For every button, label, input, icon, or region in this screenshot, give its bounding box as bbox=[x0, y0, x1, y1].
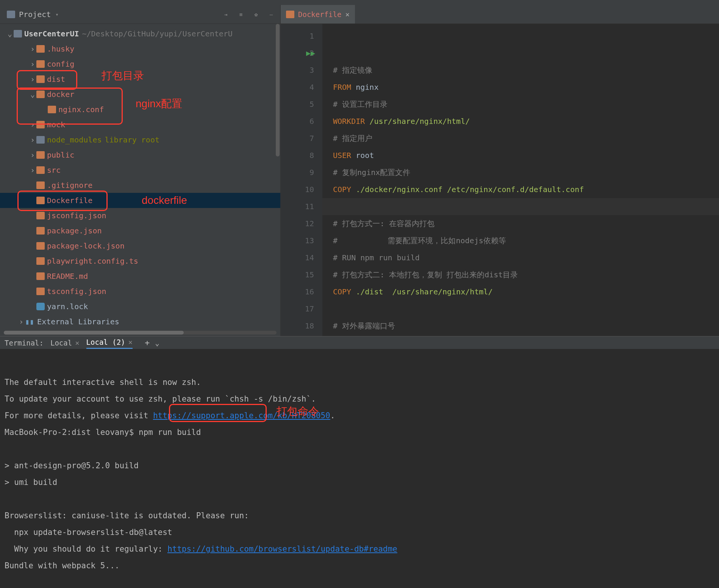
line-number[interactable]: 18 bbox=[281, 317, 314, 335]
file-icon bbox=[36, 227, 45, 235]
expand-arrow-icon[interactable]: › bbox=[29, 135, 36, 144]
file-icon bbox=[36, 272, 45, 280]
line-number[interactable]: 9 bbox=[281, 164, 314, 181]
chevron-down-icon[interactable]: ▾ bbox=[55, 11, 58, 17]
line-gutter[interactable]: 12▶▶345678910111213141516171819 bbox=[281, 24, 322, 336]
terminal-dropdown-icon[interactable]: ⌄ bbox=[155, 339, 159, 347]
file-icon bbox=[36, 181, 45, 189]
settings-gear-icon[interactable]: ✿ bbox=[250, 8, 262, 20]
line-number[interactable]: 17 bbox=[281, 300, 314, 317]
line-number[interactable]: 14 bbox=[281, 249, 314, 266]
expand-arrow-icon[interactable]: › bbox=[29, 75, 36, 84]
tree-row[interactable]: ›mock bbox=[0, 117, 280, 132]
code-line[interactable]: WORKDIR /usr/share/nginx/html/ bbox=[333, 113, 719, 130]
terminal-tab-local1[interactable]: Local× bbox=[50, 339, 80, 347]
tree-row[interactable]: ›src bbox=[0, 163, 280, 178]
tab-dockerfile[interactable]: Dockerfile × bbox=[281, 5, 355, 23]
code-line[interactable]: # 打包方式一: 在容器内打包 bbox=[333, 215, 719, 232]
line-number[interactable]: 11 bbox=[281, 198, 314, 215]
line-number[interactable]: 16 bbox=[281, 283, 314, 300]
terminal-tab-local2[interactable]: Local (2)× bbox=[86, 338, 133, 349]
code-area[interactable]: # 指定镜像FROM nginx# 设置工作目录WORKDIR /usr/sha… bbox=[322, 24, 719, 336]
line-number[interactable]: 13 bbox=[281, 232, 314, 249]
code-line[interactable]: # 对外暴露端口号 bbox=[333, 317, 719, 335]
hide-icon[interactable]: — bbox=[265, 8, 277, 20]
line-number[interactable]: 3 bbox=[281, 62, 314, 79]
code-line[interactable]: # 复制nginx配置文件 bbox=[333, 164, 719, 181]
terminal-link-github[interactable]: https://github.com/browserslist/update-d… bbox=[167, 544, 397, 554]
line-number[interactable]: 1 bbox=[281, 28, 314, 45]
select-opened-file-icon[interactable]: ⇥ bbox=[220, 8, 232, 20]
line-number[interactable]: 19 bbox=[281, 335, 314, 336]
tree-row[interactable]: package.json bbox=[0, 223, 280, 238]
expand-arrow-icon[interactable]: › bbox=[29, 59, 36, 69]
project-tree[interactable]: ⌄ UserCenterUI ~/Desktop/GitHub/yupi/Use… bbox=[0, 24, 280, 329]
code-line[interactable] bbox=[333, 198, 719, 215]
expand-all-icon[interactable]: ≡ bbox=[235, 8, 247, 20]
code-line[interactable]: # 指定用户 bbox=[333, 130, 719, 147]
close-icon[interactable]: × bbox=[75, 339, 79, 347]
line-number[interactable]: 2▶▶ bbox=[281, 45, 314, 62]
line-number[interactable]: 15 bbox=[281, 266, 314, 283]
line-number[interactable]: 12 bbox=[281, 215, 314, 232]
tree-row[interactable]: package-lock.json bbox=[0, 238, 280, 253]
tree-row[interactable]: ›config bbox=[0, 56, 280, 72]
expand-arrow-icon[interactable]: › bbox=[29, 150, 36, 160]
tree-row[interactable]: yarn.lock bbox=[0, 299, 280, 314]
code-line[interactable] bbox=[333, 300, 719, 317]
tree-row[interactable]: README.md bbox=[0, 269, 280, 284]
tree-row[interactable]: nginx.conf bbox=[0, 102, 280, 117]
code-editor[interactable]: 12▶▶345678910111213141516171819 # 指定镜像FR… bbox=[281, 24, 719, 336]
tree-item-label: README.md bbox=[47, 272, 88, 281]
tree-row[interactable]: ›.husky bbox=[0, 41, 280, 56]
code-line[interactable]: USER root bbox=[333, 147, 719, 164]
tree-row[interactable]: ›node_moduleslibrary root bbox=[0, 132, 280, 147]
tree-row[interactable]: jsconfig.json bbox=[0, 208, 280, 223]
line-number[interactable]: 10 bbox=[281, 181, 314, 198]
tree-item-label: External Libraries bbox=[37, 317, 119, 326]
new-terminal-icon[interactable]: + bbox=[145, 338, 150, 347]
run-gutter-icon[interactable]: ▶▶ bbox=[306, 45, 315, 62]
code-line[interactable]: COPY ./docker/nginx.conf /etc/nginx/conf… bbox=[333, 181, 719, 198]
tree-hscrollbar[interactable] bbox=[0, 329, 280, 336]
tree-item-label: .gitignore bbox=[47, 181, 92, 190]
tree-item-label: public bbox=[47, 150, 74, 160]
expand-arrow-icon[interactable]: › bbox=[29, 120, 36, 129]
line-number[interactable]: 8 bbox=[281, 147, 314, 164]
expand-arrow-icon[interactable]: › bbox=[29, 44, 36, 53]
code-line[interactable]: # 需要配置环境，比如nodejs依赖等 bbox=[333, 232, 719, 249]
expand-arrow-icon[interactable]: ⌄ bbox=[29, 90, 36, 99]
tree-scrollbar[interactable] bbox=[275, 24, 280, 329]
line-number[interactable]: 7 bbox=[281, 130, 314, 147]
code-line[interactable]: # 指定镜像 bbox=[333, 62, 719, 79]
code-line[interactable]: FROM nginx bbox=[333, 79, 719, 96]
tree-row[interactable]: ›▮▮External Libraries bbox=[0, 314, 280, 329]
line-number[interactable]: 6 bbox=[281, 113, 314, 130]
close-icon[interactable]: × bbox=[128, 338, 133, 346]
tree-row[interactable]: playwright.config.ts bbox=[0, 253, 280, 269]
tree-row[interactable]: .gitignore bbox=[0, 178, 280, 193]
code-line[interactable]: # 打包方式二: 本地打包，复制 打包出来的dist目录 bbox=[333, 266, 719, 283]
code-line[interactable]: EXPOSE 80 bbox=[333, 335, 719, 336]
terminal-body[interactable]: The default interactive shell is now zsh… bbox=[0, 349, 719, 588]
expand-arrow-icon[interactable]: › bbox=[29, 166, 36, 175]
file-icon bbox=[48, 106, 56, 113]
project-title: Project bbox=[19, 10, 51, 19]
tree-row[interactable]: ⌄docker bbox=[0, 87, 280, 102]
line-number[interactable]: 5 bbox=[281, 96, 314, 113]
tree-row[interactable]: ›public bbox=[0, 147, 280, 163]
tree-row[interactable]: ›dist bbox=[0, 72, 280, 87]
expand-arrow-icon[interactable]: › bbox=[17, 317, 25, 326]
code-line[interactable]: COPY ./dist /usr/share/nginx/html/ bbox=[333, 283, 719, 300]
tree-row[interactable]: Dockerfile bbox=[0, 193, 280, 208]
tree-root[interactable]: ⌄ UserCenterUI ~/Desktop/GitHub/yupi/Use… bbox=[0, 26, 280, 41]
project-header[interactable]: Project ▾ ⇥ ≡ ✿ — bbox=[0, 5, 280, 24]
close-tab-icon[interactable]: × bbox=[345, 10, 349, 19]
expand-arrow-icon[interactable]: ⌄ bbox=[6, 29, 14, 38]
code-line[interactable]: # 设置工作目录 bbox=[333, 96, 719, 113]
code-line[interactable]: # RUN npm run build bbox=[333, 249, 719, 266]
line-number[interactable]: 4 bbox=[281, 79, 314, 96]
terminal-link-apple[interactable]: https://support.apple.com/kb/HT208050 bbox=[153, 411, 330, 420]
tree-item-label: Dockerfile bbox=[47, 196, 92, 205]
tree-row[interactable]: tsconfig.json bbox=[0, 284, 280, 299]
